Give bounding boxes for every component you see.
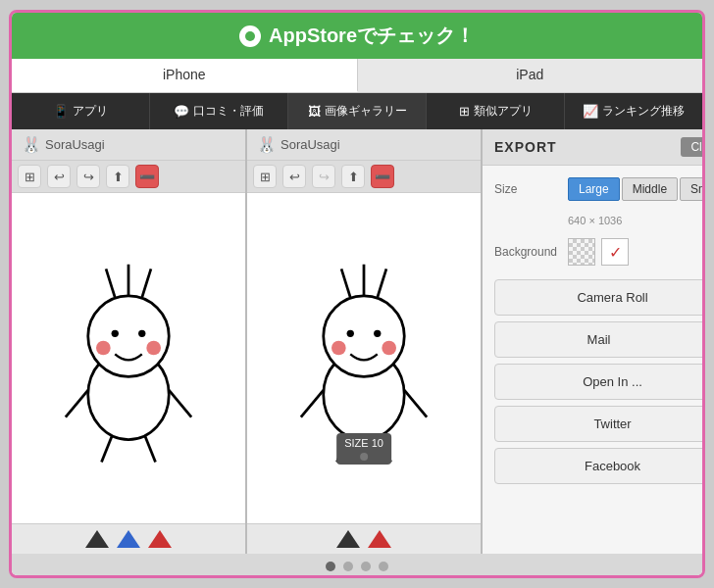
phone-canvas-2: SIZE 10 (247, 193, 481, 523)
facebook-button[interactable]: Facebook (494, 448, 702, 484)
similar-icon: ⊞ (459, 104, 470, 119)
nav-tab-gallery[interactable]: 🖼 画像ギャラリー (288, 93, 427, 129)
delete-btn-2[interactable]: ➖ (371, 165, 394, 188)
size-badge: SIZE 10 (336, 433, 391, 465)
svg-line-10 (169, 390, 191, 417)
nav-tab-review[interactable]: 💬 口コミ・評価 (150, 93, 288, 129)
bg-options: ✓ (568, 238, 629, 266)
nav-tab-app[interactable]: 📱 アプリ (12, 93, 150, 129)
twitter-button[interactable]: Twitter (494, 406, 702, 442)
background-row: Background ✓ (494, 238, 702, 266)
pagination-dots (12, 554, 702, 575)
size-row: Size Large Middle Small (494, 177, 702, 201)
size-small-btn[interactable]: Small (680, 177, 702, 201)
device-tabs: iPhone iPad (12, 59, 702, 93)
svg-line-12 (145, 434, 156, 462)
phone-header-1: 🐰 SoraUsagi (12, 129, 245, 161)
export-header: EXPORT Close (483, 129, 702, 166)
svg-line-9 (66, 390, 88, 417)
svg-line-4 (142, 269, 151, 297)
grid-btn-1[interactable]: ⊞ (18, 165, 41, 188)
twitter-row: Twitter (494, 406, 702, 442)
phone-footer-1 (12, 523, 245, 554)
size-buttons: Large Middle Small (568, 177, 702, 201)
open-in-row: Open In ... (494, 364, 702, 400)
svg-line-11 (102, 434, 113, 462)
svg-point-7 (96, 340, 111, 355)
nav-tab-ranking[interactable]: 📈 ランキング推移 (565, 93, 702, 129)
svg-point-19 (374, 329, 381, 336)
svg-line-17 (378, 269, 386, 297)
svg-point-21 (382, 340, 396, 355)
tab-ipad[interactable]: iPad (358, 59, 703, 92)
size-dimensions: 640 × 1036 (568, 215, 622, 226)
share-btn-2[interactable]: ⬆ (341, 165, 365, 188)
undo-btn-1[interactable]: ↩ (47, 165, 71, 188)
export-buttons: Camera Roll Mail › Open In ... Twitter F… (494, 279, 702, 484)
redo-btn-1[interactable]: ↪ (76, 165, 100, 188)
svg-point-14 (324, 295, 405, 375)
ranking-icon: 📈 (583, 104, 598, 119)
dimensions-row: 640 × 1036 (494, 211, 702, 228)
close-button[interactable]: Close (681, 137, 702, 157)
phone-header-2: 🐰 SoraUsagi (247, 129, 481, 161)
nav-tabs: 📱 アプリ 💬 口コミ・評価 🖼 画像ギャラリー ⊞ 類似アプリ 📈 ランキング… (12, 93, 702, 129)
phone-footer-2 (247, 523, 481, 554)
gallery-icon: 🖼 (308, 104, 321, 119)
tab-iphone[interactable]: iPhone (12, 59, 358, 92)
camera-roll-row: Camera Roll (494, 279, 702, 316)
size-middle-btn[interactable]: Middle (622, 177, 678, 201)
bg-white[interactable]: ✓ (601, 238, 629, 266)
dot-3[interactable] (361, 562, 371, 571)
bg-transparent[interactable] (568, 238, 595, 266)
size-large-btn[interactable]: Large (568, 177, 620, 201)
dot-1[interactable] (326, 562, 335, 571)
svg-point-20 (332, 340, 346, 355)
dot-4[interactable] (379, 562, 388, 571)
color-red-2[interactable] (368, 530, 391, 548)
svg-line-23 (404, 390, 427, 417)
phone-toolbar-1: ⊞ ↩ ↪ ⬆ ➖ (12, 161, 245, 193)
app-container: AppStoreでチェック！ iPhone iPad 📱 アプリ 💬 口コミ・評… (9, 10, 705, 578)
open-in-button[interactable]: Open In ... (494, 364, 702, 400)
phone-canvas-1 (12, 193, 245, 523)
svg-point-18 (347, 329, 354, 336)
delete-btn-1[interactable]: ➖ (135, 165, 159, 188)
svg-point-1 (88, 295, 170, 375)
mail-row: Mail › (494, 321, 702, 358)
logo-2: 🐰 SoraUsagi (257, 135, 340, 154)
color-red[interactable] (148, 530, 172, 548)
mail-button[interactable]: Mail (494, 321, 702, 358)
share-btn-1[interactable]: ⬆ (106, 165, 129, 188)
camera-roll-button[interactable]: Camera Roll (494, 279, 702, 316)
svg-line-22 (301, 390, 324, 417)
character-svg-1 (40, 251, 217, 466)
banner-icon (239, 25, 261, 47)
phone-panel-1: 🐰 SoraUsagi ⊞ ↩ ↪ ⬆ ➖ (12, 129, 247, 554)
nav-tab-similar[interactable]: ⊞ 類似アプリ (427, 93, 565, 129)
app-icon: 📱 (53, 104, 69, 119)
banner-text: AppStoreでチェック！ (269, 23, 475, 49)
facebook-row: Facebook (494, 448, 702, 484)
svg-point-8 (146, 340, 161, 355)
bg-label: Background (494, 245, 558, 259)
export-panel: EXPORT Close Size Large Middle Small 640… (483, 129, 702, 554)
export-body: Size Large Middle Small 640 × 1036 Backg… (483, 166, 702, 496)
size-badge-dot (360, 453, 368, 461)
appstore-banner[interactable]: AppStoreでチェック！ (12, 13, 702, 59)
color-blue[interactable] (117, 530, 140, 548)
color-black-2[interactable] (336, 530, 360, 548)
dot-2[interactable] (343, 562, 353, 571)
svg-point-5 (112, 329, 119, 336)
review-icon: 💬 (174, 104, 189, 119)
phone-toolbar-2: ⊞ ↩ ↪ ⬆ ➖ (247, 161, 481, 193)
grid-btn-2[interactable]: ⊞ (253, 165, 277, 188)
export-title: EXPORT (494, 139, 557, 155)
undo-btn-2[interactable]: ↩ (282, 165, 306, 188)
svg-point-6 (138, 329, 145, 336)
size-label: Size (494, 182, 558, 196)
svg-line-2 (106, 269, 115, 297)
phone-panel-2: 🐰 SoraUsagi ⊞ ↩ ↪ ⬆ ➖ (247, 129, 483, 554)
redo-btn-2[interactable]: ↪ (312, 165, 335, 188)
color-black[interactable] (85, 530, 109, 548)
